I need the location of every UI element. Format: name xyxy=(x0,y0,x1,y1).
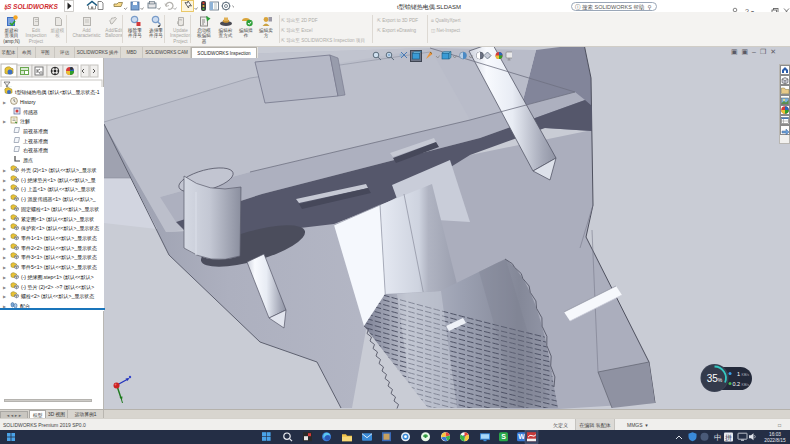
svg-text:16:03: 16:03 xyxy=(769,432,781,437)
svg-text:拼: 拼 xyxy=(725,434,732,441)
svg-text:2022/8/15: 2022/8/15 xyxy=(764,438,786,443)
svg-text:S: S xyxy=(501,433,506,440)
svg-text:W: W xyxy=(518,433,525,440)
svg-text:中: 中 xyxy=(714,433,722,442)
